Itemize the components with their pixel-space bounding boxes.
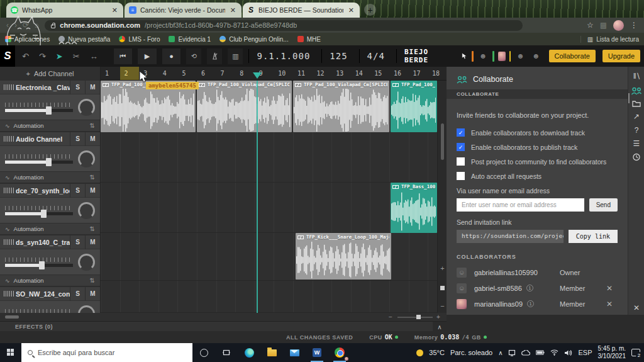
close-icon[interactable]: ✕ [347,6,355,14]
help-icon[interactable]: ? [628,126,644,135]
vertical-zoom-handle[interactable] [440,286,445,290]
mute-button[interactable]: M [85,81,100,94]
h-zoom-track[interactable] [397,317,433,318]
clock[interactable]: 5:45 p. m. 3/10/2021 [598,345,626,361]
close-panel-icon[interactable]: ✕ [628,303,644,312]
close-icon[interactable]: ✕ [229,6,237,14]
track-header[interactable]: ds_syn140_C_transgate[S S M [0,235,100,249]
chevron-updown-icon[interactable]: ⇅ [90,277,95,284]
weather-temp[interactable]: 35°C [429,349,445,356]
user-icon[interactable]: ☻ [477,52,489,60]
user-avatar[interactable] [498,52,506,61]
ruler-bar-17[interactable]: 17 [409,67,428,80]
word-button[interactable]: W [306,343,328,362]
user-icon[interactable]: ☻ [530,52,542,60]
zoom-in-icon[interactable]: + [438,264,447,272]
ruler-bar-15[interactable]: 15 [370,67,389,80]
forward-icon[interactable]: › [14,21,17,30]
ruler-bar-12[interactable]: 12 [313,67,332,80]
position-display[interactable]: 9.1.1.000 [248,49,318,63]
timeline-lanes[interactable]: TFP_Pad_100_V TFP_Pad_100_Violapad_Cm[SP… [101,81,437,313]
project-name[interactable]: BIEJO BERDE [396,49,454,63]
hidden-icons-chevron[interactable]: ∧ [498,349,502,356]
profile-avatar[interactable] [613,20,624,31]
taskbar-search[interactable]: Escribe aquí para buscar [21,343,192,362]
mute-button[interactable]: M [85,184,100,198]
ruler-bar-8[interactable]: 8 [235,67,255,80]
mute-button[interactable]: M [85,287,100,301]
mute-button[interactable]: M [85,132,100,146]
solo-button[interactable]: S [70,184,85,198]
expand-effects-chevron[interactable]: ∧ [433,322,447,332]
h-zoom-out-icon[interactable]: − [389,313,392,321]
pan-knob[interactable] [78,150,95,167]
solo-button[interactable]: S [70,235,85,249]
chrome-button[interactable] [328,343,351,362]
cut-tool-icon[interactable]: ✂ [70,52,83,61]
pan-knob[interactable] [78,202,95,219]
remove-collaborator-icon[interactable]: ✕ [601,284,618,293]
save-icon[interactable] [628,99,644,107]
device-icon[interactable] [508,349,516,356]
chevron-updown-icon[interactable]: ⇅ [90,174,95,181]
edge-button[interactable] [238,343,260,362]
zoom-out-icon[interactable]: − [438,302,447,310]
onedrive-cloud-icon[interactable] [521,350,530,356]
invitation-link-field[interactable]: https://soundation.com/projects/bf3fc1cd… [457,230,564,243]
mixer-icon[interactable]: ☰ [628,139,644,148]
audio-clip-pad-3[interactable]: TFP_Pad_100_Violapad_Cm[SPLICE] [293,81,389,132]
audio-clip-pad-2[interactable]: TFP_Pad_100_Violapad_Cm[SPLICE] [197,81,292,132]
close-icon[interactable]: ✕ [111,6,119,14]
automation-row[interactable]: ∿ Automation ⇅ [0,171,100,183]
volume-slider[interactable] [5,161,73,164]
solo-button[interactable]: S [70,132,85,146]
ruler-bar-2[interactable]: 2 [120,67,140,80]
checkbox-download[interactable] [457,128,465,137]
send-button[interactable]: Send [589,198,618,212]
bookmark-lms-foro[interactable]: LMS - Foro [119,36,160,43]
ruler-bar-16[interactable]: 16 [389,67,409,80]
user-icon[interactable]: ☻ [514,52,526,60]
track-header[interactable]: SO_NW_124_congas_pale S M [0,287,100,301]
collaborate-button[interactable]: Collaborate [549,50,596,62]
track-header[interactable]: dce_70_synth_loop_sequ S M [0,184,100,198]
track-name[interactable]: SO_NW_124_congas_pale [16,290,70,298]
ruler-bar-7[interactable]: 7 [216,67,236,80]
wifi-icon[interactable] [550,349,558,356]
file-explorer-button[interactable] [260,343,283,362]
reading-list-button[interactable]: ▥ Lista de lectura [580,36,639,43]
home-icon[interactable]: ⌂ [35,21,39,30]
track-name[interactable]: dce_70_synth_loop_sequ [16,187,70,195]
chevron-updown-icon[interactable]: ⇅ [90,122,95,129]
h-zoom-handle[interactable] [416,315,421,319]
ruler-bar-4[interactable]: 4 [158,67,178,80]
soundation-logo[interactable]: S [0,45,15,67]
mute-button[interactable]: M [85,235,100,249]
option-community[interactable]: Post project to community to find collab… [457,157,618,166]
loop-button[interactable]: ⟲ [186,48,201,64]
automation-row[interactable]: ∿ Automation ⇅ [0,274,100,286]
bookmark-star-icon[interactable]: ☆ [587,21,594,30]
time-signature-display[interactable]: 4/4 [359,49,392,63]
chevron-updown-icon[interactable]: ⇅ [90,225,95,232]
remove-collaborator-icon[interactable]: ✕ [601,300,618,308]
back-icon[interactable]: ‹ [6,21,9,30]
language-indicator[interactable]: ESP [578,349,592,356]
volume-slider[interactable] [5,109,73,112]
track-header[interactable]: Electronica _Claves_Jack S M [0,81,100,94]
track-header[interactable]: Audio Channel S M [0,132,100,146]
checkbox-community[interactable] [457,157,465,166]
tab-soundation[interactable]: S BIEJO BERDE — Soundation Stud ✕ [243,3,360,18]
library-icon[interactable]: ‖∖ [628,72,644,81]
upgrade-button[interactable]: Upgrade [602,50,640,62]
play-button[interactable]: ▶ [138,48,157,64]
select-tool-icon[interactable]: ➤ [53,52,66,61]
track-name[interactable]: ds_syn140_C_transgate[S [16,239,70,246]
audio-clip-bass[interactable]: TFP_Bass_100_ [391,183,437,233]
automation-row[interactable]: ∿ Automation ⇅ [0,223,100,234]
bookmark-evidencia[interactable]: Evidencia 1 [169,36,211,43]
add-channel-button[interactable]: + Add Channel [0,67,100,81]
timeline-ruler[interactable]: 123456789101112131415161718 [101,67,447,81]
option-publish[interactable]: Enable collaborators to publish track [457,143,618,151]
mail-button[interactable] [283,343,306,362]
